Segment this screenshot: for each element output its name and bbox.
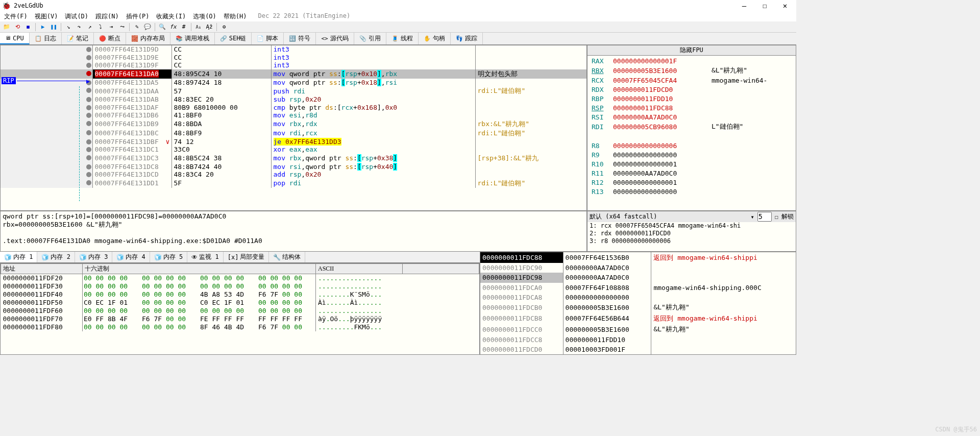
menu-item[interactable]: 视图(V)	[35, 12, 58, 20]
font-icon[interactable]: Ąẑ	[205, 22, 214, 32]
tab-12[interactable]: ✋句柄	[419, 33, 451, 44]
menubar: 文件(F)视图(V)调试(D)跟踪(N)插件(P)收藏夹(I)选项(O)帮助(H…	[0, 11, 796, 21]
trace-into-icon[interactable]: ⇥	[107, 22, 116, 32]
disassembly-pane[interactable]: RIP ▶ 00007FF64E131D9DCCint300007FF64E13…	[0, 45, 587, 211]
open-icon[interactable]: 📁	[2, 22, 11, 32]
main-tabs: 🖥CPU📋日志📝笔记🔴断点🧱内存布局📚调用堆栈🔗SEH链📄脚本🔣符号<>源代码📎…	[0, 33, 796, 45]
menu-item[interactable]: 调试(D)	[65, 12, 88, 20]
titlebar: 🐞 2veLGdUb — ☐ ✕	[0, 0, 796, 11]
window-min-button[interactable]: —	[739, 2, 749, 10]
dump-tab[interactable]: 🧊内存 4	[112, 252, 150, 262]
info-pane: qword ptr ss:[rsp+10]=[0000000011FDC98]=…	[0, 211, 587, 252]
step-over-icon[interactable]: ↷	[75, 22, 84, 32]
dump-tab[interactable]: 🧊内存 3	[75, 252, 112, 262]
dump-tabs: 🧊内存 1🧊内存 2🧊内存 3🧊内存 4🧊内存 5👁监视 1[x]局部变量🔧结构…	[0, 252, 480, 263]
search-icon[interactable]: 🔍	[158, 22, 167, 32]
dump-tab[interactable]: 🔧结构体	[269, 252, 305, 262]
tab-8[interactable]: 🔣符号	[284, 33, 316, 44]
trace-over-icon[interactable]: ⤳	[117, 22, 127, 32]
stack-pane[interactable]: 0000000011FDC8800007FF64E1536B0返回到 mmoga…	[480, 252, 796, 355]
calling-convention[interactable]: 默认 (x64 fastcall)	[590, 212, 748, 221]
tab-11[interactable]: 🧵线程	[386, 33, 419, 44]
args-pane[interactable]: 默认 (x64 fastcall) ▾ ☐解锁 1: rcx 00007FF65…	[587, 211, 796, 252]
rip-indicator: RIP	[2, 77, 16, 84]
tab-13[interactable]: 👣跟踪	[451, 33, 483, 44]
menu-item[interactable]: 收藏夹(I)	[156, 12, 186, 20]
args-count-input[interactable]	[757, 212, 772, 222]
window-title: 2veLGdUb	[14, 2, 43, 9]
patch-icon[interactable]: ✎	[132, 22, 141, 32]
unlock-checkbox[interactable]: 解锁	[781, 212, 794, 221]
dump-tab[interactable]: 🧊内存 5	[150, 252, 187, 262]
step-out-icon[interactable]: ↗	[85, 22, 94, 32]
text-icon[interactable]: A↓	[194, 22, 203, 32]
build-date: Dec 22 2021 (TitanEngine)	[258, 12, 351, 20]
tab-9[interactable]: <>源代码	[316, 33, 354, 44]
tab-10[interactable]: 📎引用	[354, 33, 386, 44]
dump-tab[interactable]: [x]局部变量	[224, 252, 270, 262]
menu-item[interactable]: 帮助(H)	[224, 12, 247, 20]
toolbar: 📁 ⟲ ◼ ▶ ❚❚ ↘ ↷ ↗ ⤵ ⇥ ⤳ ✎ 💬 🔍 fx # A↓ Ąẑ …	[0, 21, 796, 33]
settings-icon[interactable]: ⚙	[219, 22, 229, 32]
window-close-button[interactable]: ✕	[780, 2, 790, 10]
tab-7[interactable]: 📄脚本	[252, 33, 284, 44]
comment-icon[interactable]: 💬	[143, 22, 152, 32]
stop-icon[interactable]: ◼	[23, 22, 33, 32]
step-icon[interactable]: ⤵	[96, 22, 105, 32]
tab-1[interactable]: 📋日志	[30, 33, 62, 44]
menu-item[interactable]: 跟踪(N)	[95, 12, 119, 20]
run-icon[interactable]: ▶	[38, 22, 47, 32]
tab-0[interactable]: 🖥CPU	[0, 33, 30, 44]
app-icon: 🐞	[2, 2, 11, 10]
tab-6[interactable]: 🔗SEH链	[215, 33, 252, 44]
hash-icon[interactable]: #	[179, 22, 188, 32]
menu-item[interactable]: 文件(F)	[4, 12, 28, 20]
fx-icon[interactable]: fx	[168, 22, 178, 32]
restart-icon[interactable]: ⟲	[13, 22, 22, 32]
dump-tab[interactable]: 🧊内存 2	[37, 252, 75, 262]
pause-icon[interactable]: ❚❚	[49, 22, 58, 32]
tab-4[interactable]: 🧱内存布局	[126, 33, 170, 44]
window-max-button[interactable]: ☐	[760, 2, 770, 10]
dump-tab[interactable]: 👁监视 1	[187, 252, 223, 262]
tab-2[interactable]: 📝笔记	[62, 33, 94, 44]
step-into-icon[interactable]: ↘	[64, 22, 73, 32]
fpu-toggle[interactable]: 隐藏FPU	[587, 45, 796, 56]
tab-5[interactable]: 📚调用堆栈	[170, 33, 215, 44]
registers-pane[interactable]: 隐藏FPU RAX000000000000001FRBX000000005B3E…	[587, 45, 796, 211]
dump-pane[interactable]: 地址十六进制ASCII0000000011FDF2000 00 00 00 00…	[0, 263, 480, 355]
menu-item[interactable]: 选项(O)	[193, 12, 216, 20]
dump-tab[interactable]: 🧊内存 1	[0, 252, 37, 262]
tab-3[interactable]: 🔴断点	[94, 33, 126, 44]
menu-item[interactable]: 插件(P)	[126, 12, 150, 20]
